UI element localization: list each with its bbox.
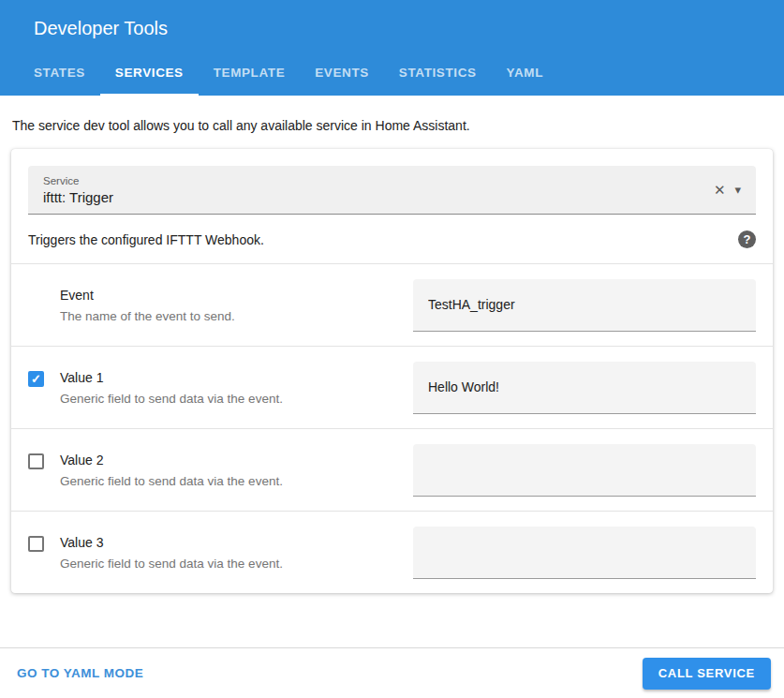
checkbox-col: ✓	[28, 453, 60, 469]
checkbox-col: ✓	[28, 535, 60, 552]
field-info: Value 1 Generic field to send data via t…	[60, 370, 413, 406]
field-name-value2: Value 2	[60, 453, 402, 468]
checkbox-col: ✓	[28, 370, 60, 387]
clear-icon[interactable]: ✕	[706, 176, 733, 204]
service-select[interactable]: Service ifttt: Trigger ✕ ▾	[28, 166, 756, 215]
tab-yaml[interactable]: YAML	[492, 52, 558, 96]
field-row-value1: ✓ Value 1 Generic field to send data via…	[11, 346, 773, 428]
service-picker-section: Service ifttt: Trigger ✕ ▾	[11, 149, 773, 215]
value3-input[interactable]	[413, 527, 756, 579]
page-title: Developer Tools	[0, 0, 784, 52]
value1-input[interactable]	[413, 362, 756, 414]
chevron-down-icon[interactable]: ▾	[732, 177, 747, 202]
service-description-row: Triggers the configured IFTTT Webhook. ?	[11, 215, 773, 263]
tab-bar: STATES SERVICES TEMPLATE EVENTS STATISTI…	[0, 52, 784, 96]
field-left: ✓ Value 3 Generic field to send data via…	[28, 535, 413, 571]
service-select-label: Service	[43, 175, 706, 186]
value2-input[interactable]	[413, 444, 756, 497]
value1-checkbox[interactable]: ✓	[28, 371, 44, 387]
event-input[interactable]	[413, 279, 756, 332]
tab-events[interactable]: EVENTS	[300, 52, 384, 96]
field-info: Event The name of the event to send.	[60, 288, 413, 323]
field-name-event: Event	[60, 288, 402, 303]
field-info: Value 3 Generic field to send data via t…	[60, 535, 413, 571]
service-card: Service ifttt: Trigger ✕ ▾ Triggers the …	[11, 149, 773, 593]
field-row-event: Event The name of the event to send.	[11, 263, 773, 346]
field-desc-event: The name of the event to send.	[60, 309, 402, 323]
field-row-value2: ✓ Value 2 Generic field to send data via…	[11, 428, 773, 511]
service-select-value: ifttt: Trigger	[43, 189, 706, 205]
go-to-yaml-mode-link[interactable]: GO TO YAML MODE	[13, 659, 147, 688]
tab-template[interactable]: TEMPLATE	[199, 52, 301, 96]
field-name-value1: Value 1	[60, 370, 402, 385]
field-desc-value3: Generic field to send data via the event…	[60, 557, 402, 571]
tab-services[interactable]: SERVICES	[100, 52, 199, 96]
tab-states[interactable]: STATES	[19, 52, 100, 96]
intro-text: The service dev tool allows you to call …	[12, 118, 773, 133]
field-left: ✓ Value 2 Generic field to send data via…	[28, 453, 413, 488]
field-left: Event The name of the event to send.	[28, 288, 413, 323]
checkbox-spacer	[28, 288, 60, 289]
tab-statistics[interactable]: STATISTICS	[384, 52, 492, 96]
field-desc-value1: Generic field to send data via the event…	[60, 392, 402, 406]
help-icon[interactable]: ?	[738, 230, 756, 248]
call-service-button[interactable]: CALL SERVICE	[643, 658, 771, 690]
service-select-text: Service ifttt: Trigger	[43, 175, 706, 205]
value2-checkbox[interactable]: ✓	[28, 453, 44, 469]
field-name-value3: Value 3	[60, 535, 402, 550]
value3-checkbox[interactable]: ✓	[28, 536, 44, 552]
field-desc-value2: Generic field to send data via the event…	[60, 474, 402, 488]
field-info: Value 2 Generic field to send data via t…	[60, 453, 413, 488]
main-content: The service dev tool allows you to call …	[0, 96, 784, 647]
service-description: Triggers the configured IFTTT Webhook.	[28, 232, 264, 247]
field-row-value3: ✓ Value 3 Generic field to send data via…	[11, 511, 773, 593]
page-footer: GO TO YAML MODE CALL SERVICE	[0, 647, 784, 698]
app-header: Developer Tools STATES SERVICES TEMPLATE…	[0, 0, 784, 96]
field-left: ✓ Value 1 Generic field to send data via…	[28, 370, 413, 406]
